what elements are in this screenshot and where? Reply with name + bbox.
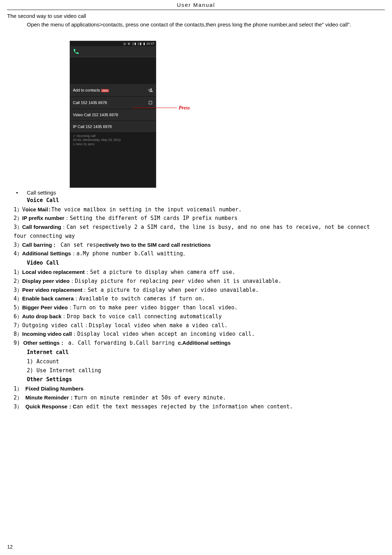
- call-row[interactable]: Call 152 1435 6978: [70, 97, 156, 109]
- ip-call-row-label: IP Call 152 1435 6978: [73, 124, 112, 129]
- incoming-call-info: ✓ Incoming call 20:49, Wednesday, May 23…: [70, 133, 156, 148]
- intro-paragraph: Open the menu of applications>contacts, …: [27, 20, 385, 30]
- add-contact-icon: [148, 88, 153, 93]
- call-settings-label: Call settings: [27, 190, 56, 196]
- other-settings-heading: Other Settings: [27, 375, 385, 384]
- status-icons-time: ◎ ⊕ ▯▮ ▯▮ ▮ 10:47: [123, 42, 154, 45]
- video-call-heading: Video Call: [27, 258, 385, 268]
- internet-call-heading: Internet call: [27, 348, 385, 357]
- voice-call-item-4: 3）Call barring： Can set respectively two…: [14, 241, 385, 250]
- phone-tab-row: [70, 46, 156, 57]
- other-settings-item-2: 2） Minute Reminder：Turn on minute remind…: [14, 393, 385, 402]
- status-bar: ◎ ⊕ ▯▮ ▯▮ ▮ 10:47: [70, 41, 156, 46]
- call-settings-bullet: •Call settings: [16, 190, 385, 196]
- phone-icon: [73, 48, 79, 55]
- video-call-item-5: 5）Bigger Peer video：Turn on to make peer…: [14, 303, 385, 312]
- phone-screen: ◎ ⊕ ▯▮ ▯▮ ▮ 10:47 Add to contacts SIM1: [70, 41, 156, 188]
- video-call-row[interactable]: Video Call 152 1435 6978: [70, 109, 156, 121]
- incoming-time: 20:49, Wednesday, May 23, 2012: [73, 138, 153, 142]
- internet-call-item-1: 1) Account: [27, 357, 385, 366]
- video-call-item-9: 9) Other settings： a. Call forwarding b.…: [14, 339, 385, 348]
- video-call-item-7: 7）Outgoing video call：Display local vide…: [14, 321, 385, 330]
- internet-call-item-2: 2) Use Internet calling: [27, 366, 385, 375]
- video-call-item-8: 8）Incoming video call：Display local vide…: [14, 330, 385, 339]
- voice-call-heading: Voice Call: [27, 196, 385, 205]
- voice-call-item-2: 2）IP prefix number：Setting the different…: [14, 214, 385, 223]
- video-call-item-4: 4）Enable back camera：Available to switch…: [14, 294, 385, 303]
- dial-area: [70, 57, 156, 84]
- bullet-dot-icon: •: [16, 190, 27, 196]
- video-call-item-2: 2）Display peer video：Display picture for…: [14, 277, 385, 286]
- video-call-item-6: 6）Auto drop back：Drop back to voice call…: [14, 312, 385, 321]
- ip-call-row[interactable]: IP Call 152 1435 6978: [70, 121, 156, 133]
- blank-area: [70, 148, 156, 187]
- sim-card-icon: [148, 100, 153, 105]
- other-settings-item-1: 1） Fixed Dialing Numbers: [14, 384, 385, 393]
- status-icons: ◎ ⊕ ▯▮ ▯▮ ▮: [123, 42, 145, 45]
- press-annotation: Press: [179, 105, 190, 111]
- video-call-row-label: Video Call 152 1435 6978: [73, 113, 118, 117]
- sim-badge: SIM1: [101, 89, 109, 92]
- press-annotation-line: [132, 108, 177, 108]
- incoming-label: Incoming call: [77, 134, 96, 138]
- add-to-contacts-row[interactable]: Add to contacts SIM1: [70, 84, 156, 97]
- video-call-item-1: 1）Local video replacement：Set a picture …: [14, 268, 385, 277]
- other-settings-item-3: 3） Quick Response：Can edit the text mess…: [14, 402, 385, 411]
- voice-call-item-3: 3）Call forwarding：Can set respectively 2…: [14, 223, 385, 241]
- voice-call-item-1: 1）Voice Mail:The voice mailbox in settin…: [14, 205, 385, 214]
- call-row-label: Call 152 1435 6978: [73, 100, 107, 105]
- intro-heading: The second way to use video call: [7, 13, 385, 19]
- page-header-title: User Manual: [7, 0, 385, 10]
- incoming-check-icon: ✓: [73, 134, 76, 138]
- phone-screenshot-figure: ◎ ⊕ ▯▮ ▯▮ ▮ 10:47 Add to contacts SIM1: [70, 41, 248, 188]
- page-number: 12: [7, 544, 13, 550]
- status-time: 10:47: [146, 42, 154, 45]
- add-to-contacts-label: Add to contacts: [73, 88, 100, 92]
- voice-call-item-5: 4）Additional Settings：a.My phone number …: [14, 249, 385, 258]
- video-call-item-3: 3）Peer video replacement：Set a picture t…: [14, 286, 385, 295]
- incoming-duration: 1 mins 31 secs: [73, 142, 153, 147]
